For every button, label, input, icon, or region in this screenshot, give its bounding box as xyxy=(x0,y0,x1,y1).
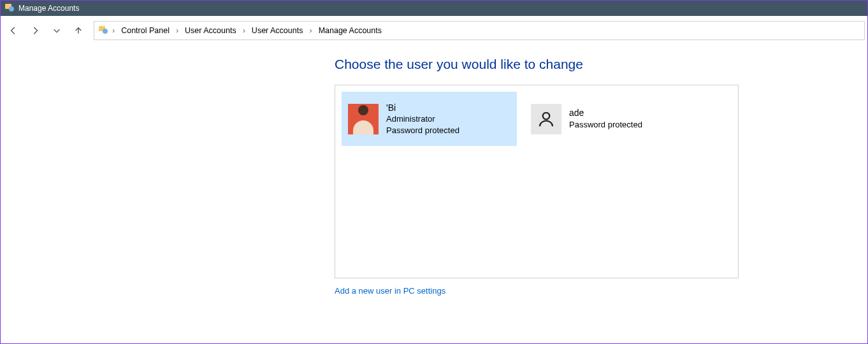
nav-up-button[interactable] xyxy=(68,21,89,40)
account-tile[interactable]: ade Password protected xyxy=(524,92,700,146)
arrow-up-icon xyxy=(74,26,83,35)
account-status: Password protected xyxy=(386,125,459,136)
breadcrumb-item[interactable]: Control Panel xyxy=(119,25,172,36)
nav-back-button[interactable] xyxy=(3,21,24,40)
account-tile[interactable]: 'Bi Administrator Password protected xyxy=(342,92,517,146)
address-bar[interactable]: › Control Panel › User Accounts › User A… xyxy=(94,21,865,40)
account-name: ade xyxy=(569,107,642,119)
breadcrumb-separator: › xyxy=(111,26,116,35)
breadcrumb-item[interactable]: Manage Accounts xyxy=(316,25,384,36)
breadcrumb-item[interactable]: User Accounts xyxy=(182,25,239,36)
nav-recent-button[interactable] xyxy=(47,21,67,40)
account-details: ade Password protected xyxy=(569,107,642,130)
nav-bar: › Control Panel › User Accounts › User A… xyxy=(1,16,867,45)
user-avatar-icon xyxy=(348,104,379,134)
arrow-right-icon xyxy=(31,26,40,35)
account-details: 'Bi Administrator Password protected xyxy=(386,102,459,136)
user-placeholder-icon xyxy=(531,104,561,134)
svg-point-4 xyxy=(543,112,550,119)
main-content: Choose the user you would like to change… xyxy=(1,45,867,296)
app-icon xyxy=(4,3,15,15)
page-title: Choose the user you would like to change xyxy=(335,57,583,72)
svg-point-1 xyxy=(9,6,14,11)
arrow-left-icon xyxy=(9,26,18,35)
breadcrumb-separator: › xyxy=(308,26,313,35)
account-role: Administrator xyxy=(386,113,459,125)
breadcrumb-separator: › xyxy=(175,26,180,35)
accounts-panel: 'Bi Administrator Password protected ade… xyxy=(335,85,739,278)
window-title: Manage Accounts xyxy=(18,4,79,13)
address-icon xyxy=(98,25,108,37)
breadcrumb-item[interactable]: User Accounts xyxy=(249,25,306,36)
title-bar: Manage Accounts xyxy=(1,1,867,16)
account-status: Password protected xyxy=(569,119,642,131)
add-user-link[interactable]: Add a new user in PC settings xyxy=(335,286,445,296)
svg-point-3 xyxy=(103,29,108,34)
chevron-down-icon xyxy=(52,26,61,35)
breadcrumb-separator: › xyxy=(242,26,247,35)
nav-forward-button[interactable] xyxy=(25,21,45,40)
account-name: 'Bi xyxy=(386,102,459,114)
